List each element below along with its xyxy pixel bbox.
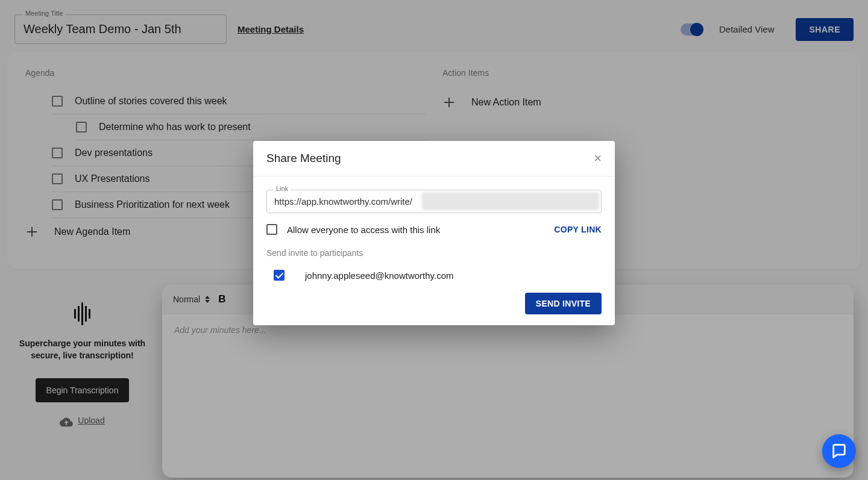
share-meeting-modal: Share Meeting × Link Allow everyone to a… [253,141,615,325]
send-invite-button[interactable]: SEND INVITE [525,293,602,314]
redacted-text [422,192,599,210]
allow-access-checkbox[interactable] [266,224,277,235]
modal-header: Share Meeting × [253,141,615,176]
chat-fab[interactable] [822,434,856,468]
participant-row: johnny.appleseed@knowtworthy.com [266,270,602,281]
allow-access-row: Allow everyone to access with this link … [266,224,602,235]
chat-icon [831,443,848,460]
invite-participants-label: Send invite to participants [266,248,602,258]
participant-checkbox[interactable] [274,270,285,281]
modal-title: Share Meeting [266,152,341,165]
close-icon[interactable]: × [594,152,602,165]
share-link-field: Link [266,190,602,213]
link-label: Link [274,185,291,192]
copy-link-button[interactable]: COPY LINK [554,225,602,234]
participant-email: johnny.appleseed@knowtworthy.com [305,270,453,281]
allow-access-label: Allow everyone to access with this link [287,225,440,235]
